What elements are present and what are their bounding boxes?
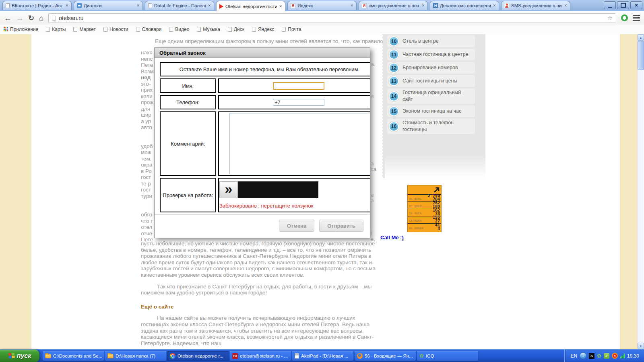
tab-close-icon[interactable]: ✕ <box>136 4 140 8</box>
slider-track[interactable] <box>238 181 318 198</box>
paragraph: пусть небольшие, но уютные и чистые номе… <box>141 241 379 278</box>
taskbar-button[interactable]: C:\Documents and Se... <box>43 351 104 361</box>
sidebar-item-number: 11 <box>389 49 399 60</box>
browser-tab[interactable]: ЯЯндекс✕ <box>287 1 357 10</box>
bookmark-item[interactable]: Словари <box>136 27 162 32</box>
tray-collapse-icon[interactable]: ‹ <box>580 352 586 359</box>
punto-switcher-icon[interactable]: A <box>589 353 594 359</box>
windows-flag-icon <box>8 353 11 356</box>
sidebar-item[interactable]: 10Отель в центре <box>387 35 475 47</box>
phone-input[interactable]: +7 <box>273 99 324 106</box>
bookmark-item[interactable]: Видео <box>169 27 189 32</box>
page-scrollbar[interactable]: ▲ ▼ <box>637 34 644 349</box>
captcha-cell: » Заблокировано : перетащите ползунок <box>218 178 370 212</box>
url-text[interactable]: otelsan.ru <box>59 15 605 21</box>
antivirus-icon[interactable]: ✕ <box>612 353 618 359</box>
bookmark-item[interactable]: Яндекс <box>252 27 274 32</box>
sidebar-item[interactable]: 14Гостиница официальный сайт <box>387 88 475 104</box>
language-indicator[interactable]: EN <box>570 353 577 359</box>
sidebar-item[interactable]: 16Стоимость и телефон гостиницы <box>387 119 475 134</box>
browser-tab[interactable]: DataLife Engine - Панель✕ <box>145 1 214 10</box>
bookmark-item[interactable]: Маркет <box>73 27 96 32</box>
doc-icon <box>103 27 107 32</box>
page-background-right <box>620 34 637 349</box>
tab-close-icon[interactable]: ✕ <box>279 4 282 8</box>
bookmark-item[interactable]: Диск <box>228 27 244 32</box>
network-signal-icon[interactable] <box>620 354 625 358</box>
page-icon <box>52 16 56 21</box>
text-fragment <box>141 131 155 137</box>
taskbar-button[interactable]: Otelsan недорогие г... <box>167 351 229 361</box>
bookmark-item[interactable]: Приложения <box>4 27 38 32</box>
taskbar-button[interactable]: Fzotelsan@otelsan.ru - ... <box>230 351 291 361</box>
browser-tab[interactable]: Ясмс уведомление о почт✕ <box>359 1 428 10</box>
browser-tab[interactable]: ВКонтакте | Радио - Авт✕ <box>2 1 72 10</box>
sidebar-item[interactable]: 13Сайт гостиницы и цены <box>387 75 475 87</box>
taskbar-button[interactable]: AkelPad - [D:\Новая ... <box>292 351 353 361</box>
reload-icon[interactable]: ↻ <box>28 14 34 22</box>
scrollbar-thumb[interactable] <box>638 41 644 70</box>
tab-title: Диалоги <box>84 3 134 8</box>
menu-icon[interactable] <box>633 15 640 21</box>
browser-tab[interactable]: Диалоги✕ <box>74 1 143 10</box>
sidebar-item[interactable]: 15Эконом гостиница на час <box>387 105 475 117</box>
chat-icon <box>77 3 82 8</box>
tab-close-icon[interactable]: ✕ <box>65 4 68 8</box>
icq-tray-icon[interactable]: ✿ <box>597 353 601 358</box>
browser-tab[interactable]: Otelsan недорогие гости✕ <box>216 1 285 11</box>
close-window-button[interactable] <box>630 1 642 9</box>
bookmark-item[interactable]: Музыка <box>197 27 220 32</box>
taskbar-button[interactable]: D:\Новая папка (7) <box>105 351 166 361</box>
comment-textarea[interactable] <box>229 113 370 174</box>
update-check-icon[interactable]: ✓ <box>604 353 609 359</box>
back-icon[interactable]: ← <box>4 14 11 22</box>
browser-tab[interactable]: НДелаем смс оповещение✕ <box>430 1 499 10</box>
bookmark-item[interactable]: Почта <box>282 27 301 32</box>
restore-button[interactable] <box>617 1 629 9</box>
modal-title: Обратный звонок <box>155 48 370 58</box>
browser-tab[interactable]: SMS-уведомления о пись✕ <box>501 1 570 10</box>
text-fragment <box>141 206 155 212</box>
folder-icon <box>107 354 114 358</box>
bookmark-item[interactable]: Карты <box>46 27 66 32</box>
name-input[interactable] <box>273 82 324 90</box>
text-fragment: окра <box>141 162 155 168</box>
bookmark-label: Музыка <box>203 27 220 32</box>
visitor-counter-widget[interactable]: 31 ДЕНЬ2 74078407 ДНЕЙ76218024 ЧАСА16233… <box>407 185 442 232</box>
tab-close-icon[interactable]: ✕ <box>350 4 353 8</box>
submit-button[interactable]: Отправить <box>319 220 363 232</box>
address-bar[interactable]: otelsan.ru ☆ <box>48 13 616 23</box>
extension-icon[interactable] <box>621 14 628 21</box>
tab-title: Otelsan недорогие гости <box>225 4 277 9</box>
tab-close-icon[interactable]: ✕ <box>493 4 496 8</box>
bookmark-item[interactable]: Новости <box>103 27 128 32</box>
bookmark-star-icon[interactable]: ☆ <box>607 14 613 22</box>
sidebar-item[interactable]: 12Бронирование номеров <box>387 62 475 74</box>
tab-close-icon[interactable]: ✕ <box>421 4 425 8</box>
text-fragment: гост <box>141 187 155 193</box>
home-icon[interactable]: ⌂ <box>39 14 43 22</box>
scroll-up-icon[interactable]: ▲ <box>638 34 644 41</box>
counter-label: СЕГОДНЯ <box>409 219 422 223</box>
text-fragment: я <box>371 93 374 99</box>
call-me-link[interactable]: Call Me :) <box>380 234 404 241</box>
minimize-button[interactable] <box>604 1 616 9</box>
taskbar-button[interactable]: 56 · Входящие — Ян... <box>355 351 416 361</box>
cancel-button[interactable]: Отмена <box>279 220 314 232</box>
taskbar-button[interactable]: ✿ICQ <box>417 351 478 361</box>
start-button[interactable]: пуск <box>0 350 39 362</box>
text-fragment: тем, <box>141 156 155 162</box>
tab-close-icon[interactable]: ✕ <box>208 4 211 8</box>
text-fragment: непс <box>141 56 155 62</box>
taskbar-button-label: otelsan@otelsan.ru - ... <box>240 354 288 358</box>
text-fragment: что г <box>141 218 155 224</box>
scroll-down-icon[interactable]: ▼ <box>638 343 644 349</box>
slider-handle[interactable]: » <box>219 181 238 198</box>
folder-icon <box>45 354 51 358</box>
tab-title: Яндекс <box>297 3 348 8</box>
forward-icon[interactable]: → <box>16 14 23 22</box>
tab-close-icon[interactable]: ✕ <box>564 4 567 8</box>
captcha-status-text: Заблокировано : перетащите ползунок <box>219 203 313 209</box>
sidebar-item[interactable]: 11Частная гостиница в центре <box>387 49 475 60</box>
captcha-slider: » <box>219 181 318 198</box>
